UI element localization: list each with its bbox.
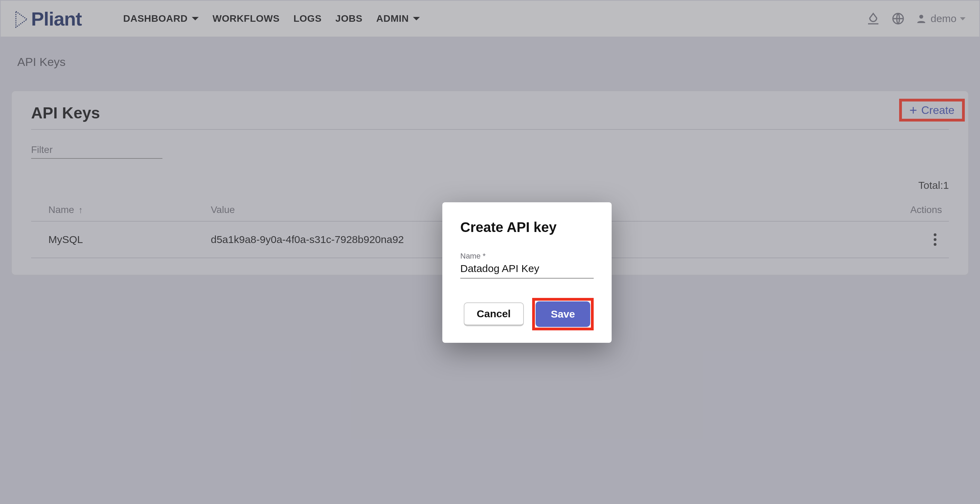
name-field: Name * — [460, 252, 593, 279]
modal-actions: Cancel Save — [460, 298, 593, 330]
name-field-label: Name * — [460, 252, 593, 261]
name-input[interactable] — [460, 261, 593, 279]
create-api-key-modal: Create API key Name * Cancel Save — [442, 202, 612, 343]
save-button-highlight: Save — [532, 298, 593, 330]
cancel-button[interactable]: Cancel — [464, 303, 524, 326]
modal-title: Create API key — [460, 220, 593, 235]
save-button[interactable]: Save — [536, 301, 590, 327]
